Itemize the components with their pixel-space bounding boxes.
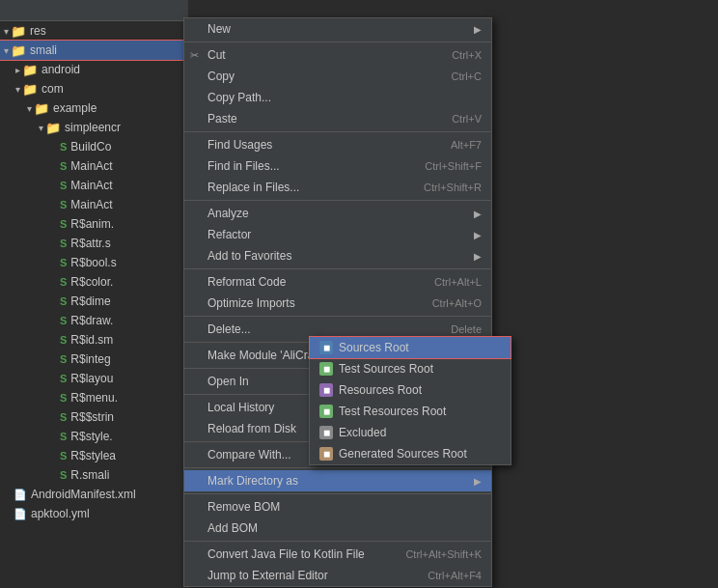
menu-divider <box>184 493 491 494</box>
menu-item-label: Reload from Disk <box>207 422 296 435</box>
smali-file-icon: S <box>60 469 67 481</box>
file-tree: ▾📁res▾📁smali▸📁android▾📁com▾📁example▾📁sim… <box>0 21 187 523</box>
tree-item-rstyle1[interactable]: SR$style. <box>0 427 187 446</box>
tree-item-label: R$integ <box>70 352 110 366</box>
tree-item-mainact3[interactable]: SMainAct <box>0 195 187 214</box>
menu-item-mark_directory[interactable]: Mark Directory as▶ <box>184 470 491 491</box>
menu-item-label: Analyze <box>207 207 249 220</box>
menu-item-label: Copy <box>207 70 235 83</box>
menu-item-paste[interactable]: PasteCtrl+V <box>184 108 491 129</box>
smali-file-icon: S <box>60 199 67 210</box>
menu-item-analyze[interactable]: Analyze▶ <box>184 203 491 224</box>
smali-file-icon: S <box>60 141 67 153</box>
tree-item-label: R$layou <box>70 372 113 385</box>
smali-file-icon: S <box>60 180 67 191</box>
tree-item-rcolor[interactable]: SR$color. <box>0 272 187 292</box>
tree-item-label: R$dime <box>70 294 110 308</box>
tree-item-apktool[interactable]: 📄apktool.yml <box>0 504 187 523</box>
submenu-item-excluded[interactable]: ◼Excluded <box>310 422 511 443</box>
smali-file-icon: S <box>60 392 67 404</box>
menu-item-find_usages[interactable]: Find UsagesAlt+F7 <box>184 134 491 155</box>
tree-item-simpleencr[interactable]: ▾📁simpleencr <box>0 118 187 137</box>
menu-item-reformat[interactable]: Reformat CodeCtrl+Alt+L <box>184 271 491 293</box>
menu-item-add_favorites[interactable]: Add to Favorites▶ <box>184 245 491 266</box>
tree-item-label: smali <box>30 43 57 57</box>
menu-item-copy_path[interactable]: Copy Path... <box>184 87 491 108</box>
tree-item-mainact1[interactable]: SMainAct <box>0 156 187 176</box>
smali-file-icon: S <box>60 315 67 326</box>
menu-item-find_files[interactable]: Find in Files...Ctrl+Shift+F <box>184 155 491 177</box>
menu-item-remove_bom[interactable]: Remove BOM <box>184 496 491 518</box>
tree-item-rlayo[interactable]: SR$layou <box>0 369 187 388</box>
menu-item-label: Open In <box>207 375 249 388</box>
menu-divider <box>184 467 491 468</box>
menu-item-replace_files[interactable]: Replace in Files...Ctrl+Shift+R <box>184 177 491 198</box>
menu-item-cut[interactable]: ✂CutCtrl+X <box>184 44 491 66</box>
menu-shortcut: Ctrl+Shift+F <box>425 160 482 172</box>
submenu-icon-test: ◼ <box>319 405 333 418</box>
menu-shortcut: Ctrl+X <box>452 49 482 61</box>
tree-item-rattr[interactable]: SR$attr.s <box>0 234 187 253</box>
menu-item-label: Remove BOM <box>207 500 280 514</box>
tree-item-label: example <box>53 101 97 115</box>
submenu-icon-sources: ◼ <box>319 341 333 354</box>
submenu-arrow-icon: ▶ <box>474 476 482 487</box>
tree-item-rmenu[interactable]: SR$menu. <box>0 388 187 407</box>
menu-item-refactor[interactable]: Refactor▶ <box>184 224 491 245</box>
menu-item-label: Compare With... <box>207 448 291 462</box>
submenu-item-label: Sources Root <box>339 341 409 354</box>
folder-icon: 📁 <box>22 63 38 77</box>
tree-item-label: R$stylea <box>70 449 116 462</box>
menu-item-optimize[interactable]: Optimize ImportsCtrl+Alt+O <box>184 293 491 314</box>
menu-icon: ✂ <box>190 49 199 62</box>
menu-item-convert_java[interactable]: Convert Java File to Kotlin FileCtrl+Alt… <box>184 544 491 565</box>
submenu-arrow-icon: ▶ <box>474 230 482 240</box>
submenu-item-test_sources_root[interactable]: ◼Test Sources Root <box>310 358 511 379</box>
menu-item-label: Paste <box>207 112 237 126</box>
menu-item-add_bom[interactable]: Add BOM <box>184 518 491 539</box>
submenu-item-label: Excluded <box>339 426 386 439</box>
menu-item-label: Convert Java File to Kotlin File <box>207 547 365 561</box>
tree-item-rbool[interactable]: SR$bool.s <box>0 253 187 272</box>
tree-item-smali[interactable]: ▾📁smali <box>0 41 187 60</box>
menu-divider <box>184 541 491 542</box>
menu-item-jump_external[interactable]: Jump to External EditorCtrl+Alt+F4 <box>184 565 491 586</box>
tree-item-androidmanifest[interactable]: 📄AndroidManifest.xml <box>0 485 187 504</box>
tree-item-label: MainAct <box>70 179 112 192</box>
tree-item-rid[interactable]: SR$id.sm <box>0 330 187 350</box>
submenu-item-sources_root[interactable]: ◼Sources Root <box>310 337 511 358</box>
file-tree-sidebar: ▾📁res▾📁smali▸📁android▾📁com▾📁example▾📁sim… <box>0 0 188 588</box>
tree-item-com[interactable]: ▾📁com <box>0 79 187 98</box>
submenu-item-label: Generated Sources Root <box>339 447 467 461</box>
submenu-mark-directory: ◼Sources Root◼Test Sources Root◼Resource… <box>309 336 511 465</box>
menu-item-copy[interactable]: CopyCtrl+C <box>184 66 491 87</box>
menu-item-new[interactable]: New▶ <box>184 18 491 40</box>
arrow-down-icon: ▾ <box>27 103 32 114</box>
tree-item-android[interactable]: ▸📁android <box>0 60 187 79</box>
tree-item-ranim[interactable]: SR$anim. <box>0 214 187 234</box>
tree-item-rdimen[interactable]: SR$dime <box>0 292 187 311</box>
submenu-item-label: Test Resources Root <box>339 405 446 418</box>
tree-item-mainact2[interactable]: SMainAct <box>0 176 187 195</box>
smali-file-icon: S <box>60 218 67 230</box>
tree-item-rinte[interactable]: SR$integ <box>0 350 187 369</box>
tree-item-label: apktool.yml <box>31 507 90 520</box>
menu-item-label: Cut <box>207 48 226 62</box>
tree-item-buildco[interactable]: SBuildCo <box>0 137 187 156</box>
tree-item-r[interactable]: SR.smali <box>0 465 187 485</box>
submenu-item-generated_sources[interactable]: ◼Generated Sources Root <box>310 443 511 464</box>
tree-item-rdraw[interactable]: SR$draw. <box>0 311 187 330</box>
menu-item-label: Local History <box>207 401 274 414</box>
smali-file-icon: S <box>60 334 67 346</box>
tree-item-res[interactable]: ▾📁res <box>0 21 187 41</box>
menu-item-label: New <box>207 22 231 36</box>
tree-item-example[interactable]: ▾📁example <box>0 98 187 118</box>
submenu-item-resources_root[interactable]: ◼Resources Root <box>310 379 511 401</box>
submenu-item-test_resources_root[interactable]: ◼Test Resources Root <box>310 401 511 422</box>
smali-file-icon: S <box>60 295 67 307</box>
menu-shortcut: Ctrl+Shift+R <box>424 182 482 193</box>
tree-item-rstring[interactable]: SR$$strin <box>0 407 187 427</box>
tree-item-rstyle2[interactable]: SR$stylea <box>0 446 187 465</box>
tree-item-label: R$bool.s <box>70 256 116 269</box>
menu-divider <box>184 268 491 269</box>
